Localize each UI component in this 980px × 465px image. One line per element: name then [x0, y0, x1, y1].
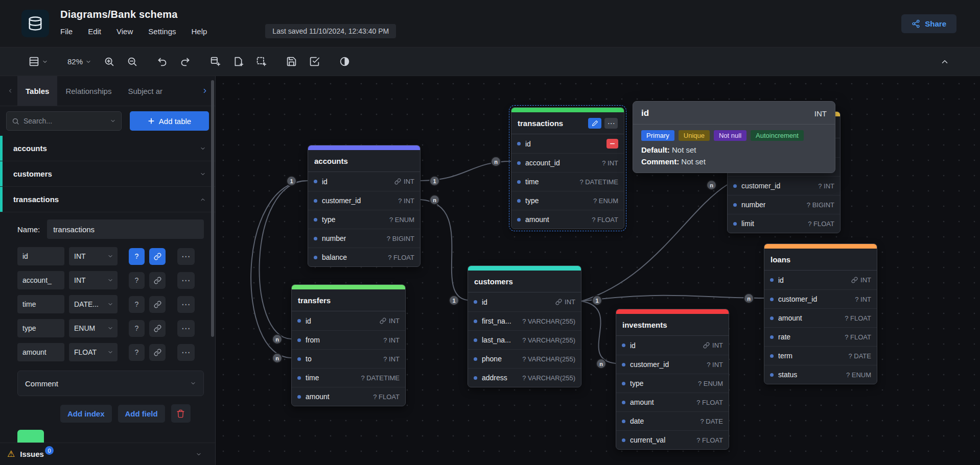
field-more-button[interactable]: ⋯ — [177, 296, 195, 313]
field-type-select[interactable]: ENUM — [69, 319, 118, 337]
tab-tables[interactable]: Tables — [17, 76, 57, 106]
menu-file[interactable]: File — [60, 27, 73, 36]
field-more-button[interactable]: ⋯ — [177, 320, 195, 337]
table-field-row[interactable]: customer_id? INT — [616, 355, 729, 374]
save-button[interactable] — [286, 56, 297, 67]
view-mode-button[interactable] — [29, 56, 48, 67]
table-field-row[interactable]: time? DATETIME — [511, 172, 624, 191]
add-index-button[interactable]: Add index — [60, 405, 112, 423]
table-field-row[interactable]: amount? FLOAT — [764, 308, 877, 327]
table-field-row[interactable]: account_id? INT — [511, 153, 624, 172]
table-field-row[interactable]: status? ENUM — [764, 365, 877, 384]
canvas-table-loans[interactable]: loans idINT customer_id? INT amount? FLO… — [764, 243, 877, 384]
nullable-toggle[interactable]: ? — [129, 320, 145, 337]
menu-help[interactable]: Help — [191, 27, 207, 36]
table-field-row[interactable]: amount? FLOAT — [511, 210, 624, 229]
field-name-input[interactable]: time — [17, 295, 64, 313]
menu-view[interactable]: View — [116, 27, 133, 36]
canvas-table-customers[interactable]: customers idINT first_na...? VARCHAR(255… — [468, 265, 581, 387]
canvas-table-investments[interactable]: investments idINT customer_id? INT type?… — [616, 309, 729, 450]
table-more-button[interactable]: ⋯ — [604, 118, 618, 129]
accordion-transactions[interactable]: transactions — [0, 187, 215, 212]
search-input[interactable]: Search... — [6, 111, 122, 131]
issues-bar[interactable]: ⚠ Issues 0 — [0, 443, 215, 465]
table-field-row[interactable]: date? DATE — [616, 411, 729, 430]
nullable-toggle[interactable]: ? — [129, 248, 145, 265]
nullable-toggle[interactable]: ? — [129, 344, 145, 361]
menu-settings[interactable]: Settings — [148, 27, 176, 36]
primary-key-toggle[interactable] — [149, 248, 166, 265]
toolbar-collapse-button[interactable] — [940, 57, 949, 66]
field-name-input[interactable]: amount — [17, 343, 64, 361]
app-logo[interactable] — [21, 10, 49, 37]
table-field-row[interactable]: rate? FLOAT — [764, 327, 877, 346]
delete-table-button[interactable] — [171, 404, 191, 423]
table-field-row[interactable]: last_na...? VARCHAR(255) — [468, 330, 581, 349]
table-field-row[interactable]: term? DATE — [764, 346, 877, 365]
redo-button[interactable] — [180, 56, 191, 67]
table-field-row[interactable]: address? VARCHAR(255) — [468, 368, 581, 387]
field-name-input[interactable]: type — [17, 319, 64, 337]
table-field-row[interactable]: first_na...? VARCHAR(255) — [468, 311, 581, 330]
sidebar-scrollbar[interactable] — [211, 80, 214, 337]
share-button[interactable]: Share — [901, 14, 956, 33]
field-type-select[interactable]: DATE... — [69, 295, 118, 313]
table-name-input[interactable]: transactions — [47, 219, 204, 239]
field-type-select[interactable]: FLOAT — [69, 343, 118, 361]
table-field-row[interactable]: from? INT — [292, 330, 405, 349]
undo-button[interactable] — [157, 56, 168, 67]
field-type-select[interactable]: INT — [69, 247, 118, 265]
accordion-accounts[interactable]: accounts — [0, 136, 215, 161]
table-field-row[interactable]: to? INT — [292, 349, 405, 368]
primary-key-toggle[interactable] — [149, 344, 166, 361]
canvas-table-transactions[interactable]: transactions ⋯ id account_id? INT time? … — [511, 107, 624, 229]
zoom-level-select[interactable]: 82% — [67, 57, 91, 66]
table-field-row[interactable]: id — [511, 134, 624, 153]
table-field-row[interactable]: type? ENUM — [616, 374, 729, 393]
tab-subject-areas[interactable]: Subject ar — [120, 76, 171, 106]
table-field-row[interactable]: limit? FLOAT — [728, 214, 840, 233]
canvas-table-accounts[interactable]: accounts idINT customer_id? INT type? EN… — [308, 145, 421, 267]
canvas-table-transfers[interactable]: transfers idINT from? INT to? INT time? … — [291, 284, 406, 406]
field-more-button[interactable]: ⋯ — [177, 344, 195, 361]
table-field-row[interactable]: customer_id? INT — [764, 289, 877, 308]
table-field-row[interactable]: customer_id? INT — [308, 191, 420, 210]
table-field-row[interactable]: phone? VARCHAR(255) — [468, 349, 581, 368]
table-field-row[interactable]: idINT — [616, 336, 729, 355]
primary-key-toggle[interactable] — [149, 296, 166, 313]
comment-section[interactable]: Comment — [17, 371, 204, 396]
field-name-input[interactable]: account_ — [17, 271, 64, 289]
zoom-in-button[interactable] — [104, 56, 114, 67]
table-field-row[interactable]: current_val? FLOAT — [616, 430, 729, 449]
field-more-button[interactable]: ⋯ — [177, 248, 195, 265]
field-name-input[interactable]: id — [17, 247, 64, 265]
edit-table-button[interactable] — [588, 118, 601, 129]
table-field-row[interactable]: type? ENUM — [511, 191, 624, 210]
table-field-row[interactable]: customer_id? INT — [728, 176, 840, 195]
nullable-toggle[interactable]: ? — [129, 296, 145, 313]
delete-field-button[interactable] — [606, 139, 618, 149]
add-table-toolbar-button[interactable] — [210, 56, 221, 67]
diagram-canvas[interactable]: accounts idINT customer_id? INT type? EN… — [216, 76, 980, 465]
table-field-row[interactable]: idINT — [292, 311, 405, 330]
table-field-row[interactable]: amount? FLOAT — [292, 387, 405, 406]
tabs-scroll-left-button[interactable] — [3, 76, 17, 106]
menu-edit[interactable]: Edit — [88, 27, 101, 36]
table-field-row[interactable]: balance? FLOAT — [308, 248, 420, 266]
todo-button[interactable] — [309, 56, 320, 67]
add-field-button[interactable]: Add field — [118, 405, 165, 423]
field-more-button[interactable]: ⋯ — [177, 272, 195, 289]
table-field-row[interactable]: number? BIGINT — [728, 195, 840, 214]
add-table-button[interactable]: Add table — [130, 111, 209, 131]
add-note-button[interactable] — [233, 56, 244, 67]
table-field-row[interactable]: type? ENUM — [308, 210, 420, 229]
tabs-scroll-right-button[interactable] — [198, 76, 212, 106]
field-type-select[interactable]: INT — [69, 271, 118, 289]
theme-contrast-button[interactable] — [339, 56, 350, 67]
table-field-row[interactable]: amount? FLOAT — [616, 393, 729, 411]
table-field-row[interactable]: number? BIGINT — [308, 229, 420, 248]
primary-key-toggle[interactable] — [149, 320, 166, 337]
table-field-row[interactable]: idINT — [764, 271, 877, 289]
table-field-row[interactable]: idINT — [308, 172, 420, 191]
add-area-button[interactable] — [256, 56, 267, 67]
